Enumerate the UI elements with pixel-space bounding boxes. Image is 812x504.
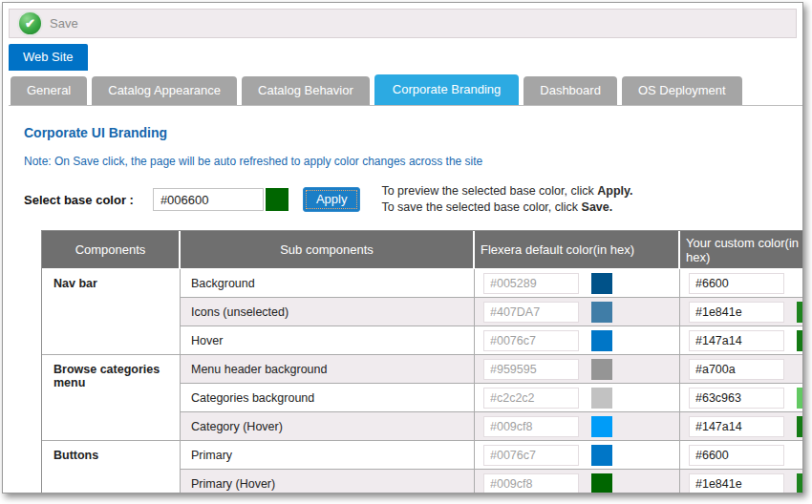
flexera-hex-input xyxy=(483,273,579,294)
hint-preview: To preview the selected base color, clic… xyxy=(381,183,632,200)
sub-component-cell: Categories background xyxy=(181,384,475,412)
custom-hex-input[interactable] xyxy=(689,302,784,323)
flexera-color-swatch xyxy=(591,330,612,351)
tab-corporate-branding[interactable]: Corporate Branding xyxy=(374,74,519,105)
custom-color-swatch xyxy=(797,302,803,323)
custom-color-cell xyxy=(680,326,803,355)
flexera-color-swatch xyxy=(591,273,612,294)
custom-color-swatch xyxy=(797,473,803,494)
flexera-color-swatch xyxy=(591,445,612,466)
flexera-color-cell xyxy=(475,384,680,412)
flexera-color-cell xyxy=(475,326,680,355)
custom-hex-input[interactable] xyxy=(689,330,784,351)
tab-dashboard[interactable]: Dashboard xyxy=(524,76,617,105)
sub-component-cell: Primary (Hover) xyxy=(181,470,475,494)
custom-color-cell xyxy=(680,441,803,470)
header-custom-color: Your custom color(in hex) xyxy=(680,231,803,269)
sub-component-cell: Hover xyxy=(181,326,475,355)
table-row: Nav barBackground xyxy=(42,269,803,298)
custom-hex-input[interactable] xyxy=(689,359,784,380)
flexera-color-cell xyxy=(475,441,680,470)
flexera-hex-input xyxy=(483,388,579,409)
sub-component-cell: Primary xyxy=(181,441,475,470)
sub-component-cell: Icons (unselected) xyxy=(181,298,475,326)
custom-color-cell xyxy=(680,298,803,326)
flexera-color-cell xyxy=(475,269,680,298)
apply-button[interactable]: Apply xyxy=(303,187,361,212)
toolbar: ✔ Save xyxy=(9,9,797,38)
custom-hex-input[interactable] xyxy=(689,416,784,437)
tab-os-deployment[interactable]: OS Deployment xyxy=(622,76,742,105)
base-color-label: Select base color : xyxy=(24,193,134,207)
header-components: Components xyxy=(42,231,181,269)
base-color-hints: To preview the selected base color, clic… xyxy=(381,183,632,216)
tab-bar: GeneralCatalog AppearanceCatalog Behavio… xyxy=(9,74,802,106)
base-color-swatch xyxy=(266,188,288,211)
save-check-icon: ✔ xyxy=(19,12,41,34)
hint-save: To save the selected base color, click S… xyxy=(381,200,632,216)
page-title: Corporate UI Branding xyxy=(24,125,802,140)
flexera-color-swatch xyxy=(591,388,612,409)
custom-color-cell xyxy=(680,269,803,298)
sub-component-cell: Category (Hover) xyxy=(181,412,475,441)
custom-hex-input[interactable] xyxy=(689,388,784,409)
site-tab-row: Web Site xyxy=(9,44,802,71)
flexera-color-cell xyxy=(475,355,680,384)
app-window: ✔ Save Web Site GeneralCatalog Appearanc… xyxy=(2,2,803,494)
save-button-label: Save xyxy=(50,16,78,31)
base-color-input[interactable] xyxy=(153,188,264,211)
custom-color-cell xyxy=(680,470,803,494)
custom-color-swatch xyxy=(797,416,803,437)
header-flexera-color: Flexera default color(in hex) xyxy=(475,231,680,269)
table-row: ButtonsPrimary xyxy=(42,441,803,470)
sub-component-cell: Menu header background xyxy=(181,355,475,384)
tab-catalog-appearance[interactable]: Catalog Appearance xyxy=(92,76,237,105)
tab-catalog-behavior[interactable]: Catalog Behavior xyxy=(242,76,370,105)
custom-color-cell xyxy=(680,384,803,412)
tab-web-site[interactable]: Web Site xyxy=(9,44,88,71)
custom-hex-input[interactable] xyxy=(689,273,784,294)
branding-table: Components Sub components Flexera defaul… xyxy=(41,230,803,494)
component-cell: Nav bar xyxy=(42,269,181,355)
sub-component-cell: Background xyxy=(181,269,475,298)
save-button[interactable]: ✔ Save xyxy=(19,12,78,34)
custom-hex-input[interactable] xyxy=(689,473,784,494)
flexera-hex-input xyxy=(483,416,579,437)
table-row: Browse categories menuMenu header backgr… xyxy=(42,355,803,384)
tab-general[interactable]: General xyxy=(11,76,87,105)
flexera-hex-input xyxy=(483,359,579,380)
content-area: Corporate UI Branding Note: On Save clic… xyxy=(3,106,802,494)
custom-color-cell xyxy=(680,355,803,384)
custom-hex-input[interactable] xyxy=(689,445,784,466)
flexera-color-cell xyxy=(475,298,680,326)
hint-preview-bold: Apply. xyxy=(597,184,632,198)
flexera-color-swatch xyxy=(591,302,612,323)
flexera-hex-input xyxy=(483,330,579,351)
page-note: Note: On Save click, the page will be au… xyxy=(24,155,802,168)
hint-save-bold: Save. xyxy=(582,200,613,214)
flexera-color-swatch xyxy=(591,359,612,380)
flexera-hex-input xyxy=(483,302,579,323)
base-color-row: Select base color : Apply To preview the… xyxy=(24,183,802,216)
header-sub-components: Sub components xyxy=(181,231,475,269)
table-header-row: Components Sub components Flexera defaul… xyxy=(42,231,803,269)
custom-color-cell xyxy=(680,412,803,441)
flexera-hex-input xyxy=(483,445,579,466)
flexera-color-swatch xyxy=(591,416,612,437)
branding-table-body: Nav barBackgroundIcons (unselected)Hover… xyxy=(42,269,803,494)
custom-color-swatch xyxy=(797,388,803,409)
custom-color-swatch xyxy=(797,330,803,351)
flexera-color-swatch xyxy=(591,473,612,494)
component-cell: Buttons xyxy=(42,441,181,494)
component-cell: Browse categories menu xyxy=(42,355,181,441)
flexera-color-cell xyxy=(475,470,680,494)
hint-save-text: To save the selected base color, click xyxy=(381,200,581,214)
flexera-hex-input xyxy=(483,473,579,494)
flexera-color-cell xyxy=(475,412,680,441)
hint-preview-text: To preview the selected base color, clic… xyxy=(381,184,597,198)
